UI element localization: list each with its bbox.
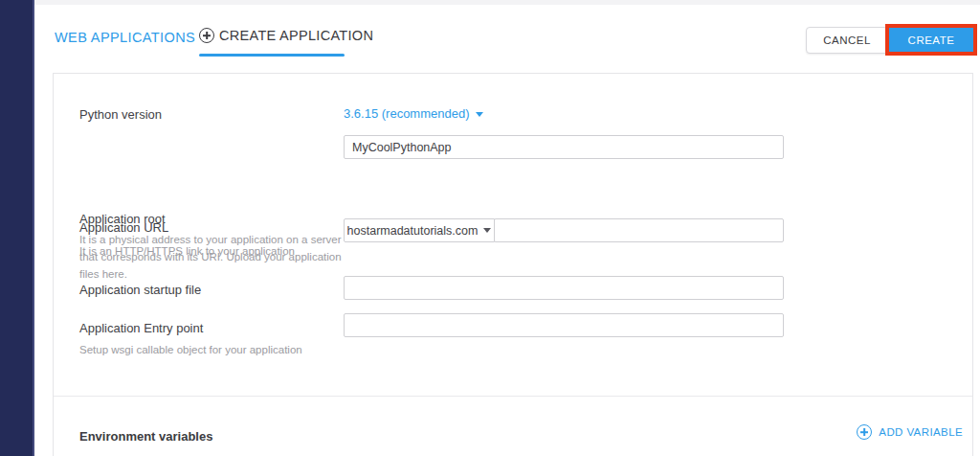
left-nav-rail[interactable] — [0, 0, 34, 456]
application-entry-point-input[interactable] — [344, 313, 784, 337]
active-tab-underline — [199, 54, 345, 57]
create-button[interactable]: CREATE — [889, 28, 973, 52]
plus-circle-icon — [857, 424, 872, 440]
environment-variables-title: Environment variables — [79, 429, 212, 444]
tab-create-application-label: CREATE APPLICATION — [219, 28, 373, 43]
application-url-domain-value: hostarmadatutorials.com — [347, 224, 479, 238]
python-version-value: 3.6.15 (recommended) — [344, 106, 470, 121]
section-divider — [54, 396, 972, 397]
application-entry-point-help: Setup wsgi callable object for your appl… — [79, 341, 302, 358]
top-strip — [34, 0, 980, 5]
application-startup-file-input[interactable] — [344, 276, 784, 300]
application-startup-file-label: Application startup file — [79, 283, 201, 297]
application-url-help: It is an HTTP/HTTPS link to your applica… — [79, 242, 295, 260]
plus-circle-icon — [199, 28, 214, 43]
add-variable-button[interactable]: ADD VARIABLE — [857, 424, 963, 440]
application-url-label: Application URL — [79, 220, 168, 235]
application-root-input[interactable] — [344, 135, 784, 159]
chevron-down-icon — [483, 228, 491, 233]
web-applications-link[interactable]: WEB APPLICATIONS — [55, 30, 195, 45]
application-url-domain-dropdown[interactable]: hostarmadatutorials.com — [344, 218, 495, 242]
tab-create-application[interactable]: CREATE APPLICATION — [199, 28, 373, 43]
create-application-page: WEB APPLICATIONS CREATE APPLICATION CANC… — [0, 0, 980, 456]
cancel-button[interactable]: CANCEL — [806, 27, 888, 54]
create-application-form-card: Python version 3.6.15 (recommended) Appl… — [53, 73, 973, 456]
add-variable-label: ADD VARIABLE — [879, 426, 963, 438]
chevron-down-icon — [476, 112, 483, 117]
python-version-dropdown[interactable]: 3.6.15 (recommended) — [344, 106, 483, 121]
create-button-highlight-box: CREATE — [885, 24, 977, 56]
application-url-input[interactable] — [494, 218, 784, 242]
application-entry-point-label: Application Entry point — [79, 321, 203, 335]
python-version-label: Python version — [79, 107, 162, 122]
